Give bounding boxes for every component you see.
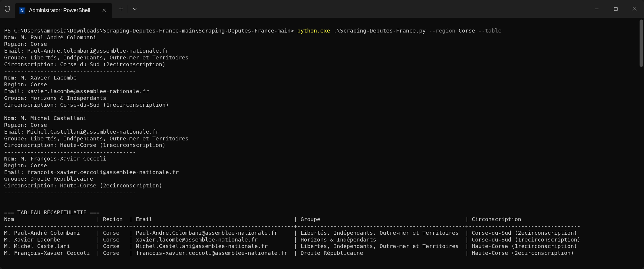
output-line: Email: Paul-Andre.Colombani@assemblee-na… bbox=[4, 48, 169, 54]
output-line: Nom: M. François-Xavier Ceccoli bbox=[4, 155, 106, 162]
maximize-button[interactable] bbox=[606, 2, 625, 15]
svg-rect-7 bbox=[614, 7, 617, 11]
output-line: Circonscription: Corse-du-Sud (1recircon… bbox=[4, 102, 169, 108]
table-row: M. Michel Castellani | Corse | Michel.Ca… bbox=[4, 243, 577, 249]
table-row: M. Paul-André Colombani | Corse | Paul-A… bbox=[4, 230, 577, 236]
command-script: .\Scraping-Deputes-France.py bbox=[330, 27, 429, 34]
powershell-icon bbox=[19, 7, 25, 14]
table-row: M. François-Xavier Ceccoli | Corse | fra… bbox=[4, 250, 574, 256]
new-tab-button[interactable] bbox=[114, 3, 128, 15]
tab-actions bbox=[114, 3, 142, 15]
output-line: Nom: M. Michel Castellani bbox=[4, 115, 86, 121]
output-line: Email: francois-xavier.ceccoli@assemblee… bbox=[4, 169, 179, 175]
output-line: Groupe: Libertés, Indépendants, Outre-me… bbox=[4, 54, 189, 61]
flag-table: --table bbox=[478, 27, 501, 34]
output-separator: ---------------------------------------- bbox=[4, 108, 136, 114]
close-button[interactable] bbox=[625, 2, 644, 15]
table-header: Nom | Region | Email | Groupe | Circonsc… bbox=[4, 216, 521, 222]
output-line: Email: Michel.Castellani@assemblee-natio… bbox=[4, 129, 159, 135]
output-line: Region: Corse bbox=[4, 81, 47, 87]
output-line: Region: Corse bbox=[4, 162, 47, 168]
output-separator: ---------------------------------------- bbox=[4, 149, 136, 155]
output-line: Nom: M. Paul-André Colombani bbox=[4, 34, 96, 40]
flag-region: --region bbox=[429, 27, 455, 34]
output-line: Region: Corse bbox=[4, 41, 47, 47]
output-line: Circonscription: Corse-du-Sud (2ecircons… bbox=[4, 61, 166, 67]
output-separator: ---------------------------------------- bbox=[4, 189, 136, 195]
output-line: Circonscription: Haute-Corse (1recircons… bbox=[4, 142, 166, 148]
output-line: Region: Corse bbox=[4, 122, 47, 128]
output-line: Groupe: Droite Républicaine bbox=[4, 176, 93, 182]
shield-icon bbox=[0, 0, 15, 18]
prompt-path: PS C:\Users\amnesia\Downloads\Scraping-D… bbox=[4, 27, 297, 34]
tab-dropdown-button[interactable] bbox=[128, 3, 142, 15]
scrollbar-thumb[interactable] bbox=[640, 20, 643, 67]
tab-powershell[interactable]: Administrator: PowerShell bbox=[15, 3, 112, 18]
output-line: Circonscription: Haute-Corse (2ecirconsc… bbox=[4, 182, 162, 189]
tab-title: Administrator: PowerShell bbox=[29, 7, 101, 14]
output-line: Nom: M. Xavier Lacombe bbox=[4, 74, 77, 81]
tab-close-button[interactable] bbox=[101, 7, 108, 14]
minimize-button[interactable] bbox=[587, 2, 606, 15]
output-line: Groupe: Libertés, Indépendants, Outre-me… bbox=[4, 135, 189, 142]
table-row: M. Xavier Lacombe | Corse | xavier.lacom… bbox=[4, 236, 580, 243]
table-rule: ----------------------------+---------+-… bbox=[4, 223, 580, 229]
table-title: === TABLEAU RÉCAPITULATIF === bbox=[4, 209, 100, 215]
output-separator: ---------------------------------------- bbox=[4, 68, 136, 74]
terminal-output[interactable]: PS C:\Users\amnesia\Downloads\Scraping-D… bbox=[0, 18, 644, 269]
titlebar: Administrator: PowerShell bbox=[0, 0, 644, 18]
output-line: Email: xavier.lacombe@assemblee-national… bbox=[4, 88, 149, 94]
arg-region: Corse bbox=[455, 27, 478, 34]
output-line: Groupe: Horizons & Indépendants bbox=[4, 95, 106, 101]
window-controls bbox=[587, 2, 644, 15]
command-exe: python.exe bbox=[297, 27, 330, 34]
